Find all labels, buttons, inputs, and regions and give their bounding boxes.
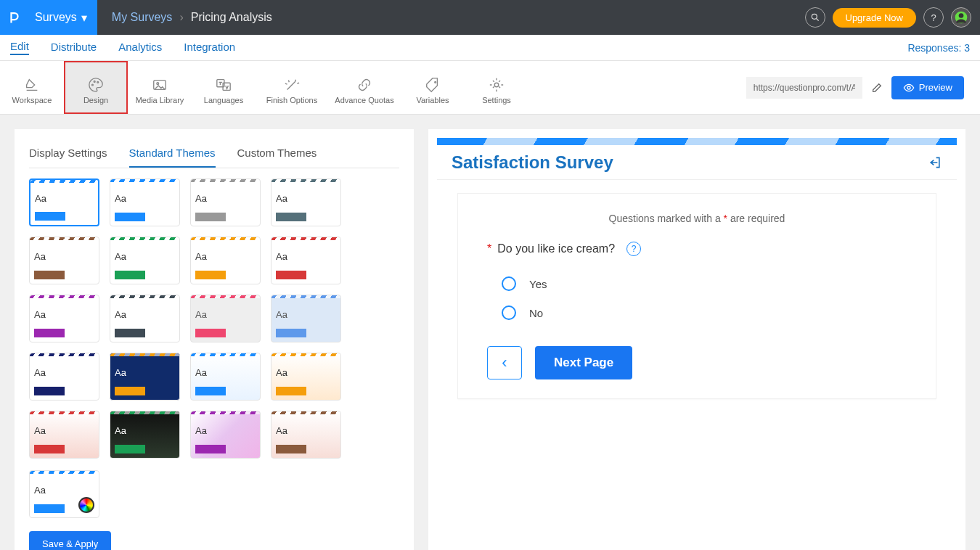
theme-card[interactable]: Aa	[29, 295, 99, 342]
app-logo[interactable]	[0, 0, 29, 35]
survey-title: Satisfaction Survey	[452, 152, 613, 173]
radio-icon	[502, 276, 516, 291]
nav-analytics[interactable]: Analytics	[118, 41, 162, 54]
theme-card[interactable]: Aa	[110, 295, 180, 342]
responses-count[interactable]: Responses: 3	[907, 42, 970, 54]
link-icon	[356, 77, 372, 93]
theme-card[interactable]: Aa	[271, 411, 341, 459]
image-icon	[152, 77, 168, 93]
svg-point-3	[92, 84, 94, 86]
tool-media-library[interactable]: Media Library	[128, 61, 192, 114]
theme-card-custom-color[interactable]: Aa Custom Color	[29, 470, 99, 518]
next-page-button[interactable]: Next Page	[535, 346, 632, 379]
theme-card[interactable]: Aa	[29, 178, 99, 226]
option-yes[interactable]: Yes	[487, 269, 907, 298]
question-1: * Do you like ice cream? ?	[487, 242, 907, 256]
translate-icon	[216, 77, 232, 93]
theme-card[interactable]: Aa	[190, 353, 261, 401]
tab-standard-themes[interactable]: Standard Themes	[129, 139, 216, 168]
color-wheel-icon	[78, 497, 94, 513]
edit-url-icon[interactable]	[871, 82, 883, 94]
topbar: Surveys ▾ My Surveys › Pricing Analysis …	[0, 0, 980, 35]
tool-settings[interactable]: Settings	[465, 61, 528, 114]
upgrade-button[interactable]: Upgrade Now	[833, 8, 917, 28]
svg-point-4	[94, 81, 95, 82]
theme-card[interactable]: Aa	[110, 178, 180, 226]
theme-tabs: Display Settings Standard Themes Custom …	[29, 139, 399, 168]
svg-point-7	[157, 82, 159, 84]
breadcrumb: My Surveys › Pricing Analysis	[112, 11, 272, 24]
gear-icon	[489, 77, 505, 93]
tag-icon	[425, 77, 441, 93]
nav-distribute[interactable]: Distribute	[51, 41, 97, 54]
question-help-icon[interactable]: ?	[626, 242, 641, 256]
svg-point-2	[959, 13, 964, 18]
theme-card[interactable]: Aa	[29, 237, 99, 284]
tool-advance-quotas[interactable]: Advance Quotas	[328, 61, 401, 114]
themes-scroll[interactable]: AaAaAaAaAaAaAaAaAaAaAaAaAaAaAaAaAaAaAaAa…	[29, 178, 399, 518]
product-label: Surveys	[35, 11, 77, 24]
svg-point-0	[812, 14, 817, 19]
theme-card[interactable]: Aa	[110, 237, 180, 284]
theme-card[interactable]: Aa	[271, 353, 341, 401]
survey-url-input[interactable]	[746, 77, 862, 99]
palette-icon	[88, 77, 104, 93]
search-icon[interactable]	[805, 7, 825, 28]
pen-line-icon	[24, 77, 40, 93]
help-icon[interactable]: ?	[923, 7, 944, 28]
themes-panel: Display Settings Standard Themes Custom …	[15, 129, 414, 550]
svg-point-12	[907, 86, 910, 89]
required-star-icon: *	[487, 242, 491, 255]
theme-card[interactable]: Aa	[190, 237, 261, 284]
exit-icon[interactable]	[928, 155, 942, 170]
chevron-left-icon: ‹	[502, 353, 507, 372]
radio-icon	[502, 305, 516, 320]
eye-icon	[903, 82, 915, 94]
theme-card[interactable]: Aa	[271, 237, 341, 284]
tool-design[interactable]: Design	[64, 61, 128, 114]
tool-finish-options[interactable]: Finish Options	[256, 61, 328, 114]
theme-card[interactable]: Aa	[29, 411, 99, 459]
nav-integration[interactable]: Integration	[184, 41, 235, 54]
theme-card[interactable]: Aa	[190, 178, 261, 226]
save-apply-button[interactable]: Save & Apply	[29, 531, 111, 550]
breadcrumb-home[interactable]: My Surveys	[112, 11, 173, 24]
option-no[interactable]: No	[487, 298, 907, 327]
secondary-nav: Edit Distribute Analytics Integration Re…	[0, 35, 980, 61]
survey-preview-panel: Satisfaction Survey Questions marked wit…	[428, 129, 965, 550]
svg-point-10	[435, 81, 436, 83]
theme-card[interactable]: Aa	[190, 295, 261, 342]
theme-card[interactable]: Aa	[110, 411, 180, 459]
svg-point-11	[494, 83, 499, 87]
nav-edit[interactable]: Edit	[10, 40, 29, 55]
theme-card[interactable]: Aa	[190, 411, 261, 459]
tool-workspace[interactable]: Workspace	[0, 61, 64, 114]
breadcrumb-current: Pricing Analysis	[191, 11, 272, 24]
wand-icon	[284, 77, 300, 93]
chevron-right-icon: ›	[179, 11, 183, 24]
theme-card[interactable]: Aa	[110, 353, 180, 401]
main-area: Display Settings Standard Themes Custom …	[0, 115, 980, 550]
tab-display-settings[interactable]: Display Settings	[29, 139, 107, 168]
tool-languages[interactable]: Languages	[192, 61, 256, 114]
toolbar: Workspace Design Media Library Languages…	[0, 61, 980, 115]
tab-custom-themes[interactable]: Custom Themes	[237, 139, 317, 168]
theme-card[interactable]: Aa	[271, 178, 341, 226]
avatar[interactable]	[951, 7, 971, 28]
product-switcher[interactable]: Surveys ▾	[29, 0, 97, 35]
back-button[interactable]: ‹	[487, 346, 522, 379]
svg-point-5	[97, 81, 99, 83]
chevron-down-icon: ▾	[81, 11, 87, 25]
tool-variables[interactable]: Variables	[401, 61, 465, 114]
theme-card[interactable]: Aa	[29, 353, 99, 401]
required-note: Questions marked with a * are required	[487, 213, 907, 224]
theme-card[interactable]: Aa	[271, 295, 341, 342]
preview-button[interactable]: Preview	[891, 76, 964, 99]
